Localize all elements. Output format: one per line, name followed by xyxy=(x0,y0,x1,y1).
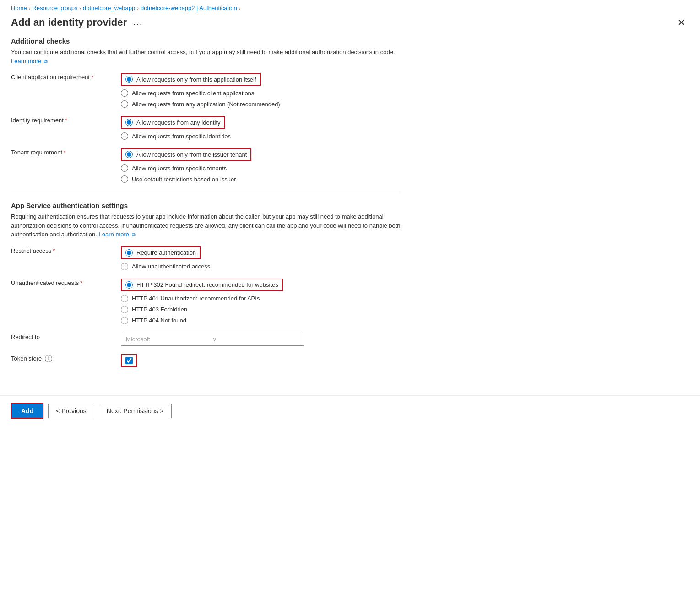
restrict-require-option[interactable]: Require authentication xyxy=(121,246,210,259)
client-req-highlight-own: Allow requests only from this applicatio… xyxy=(121,73,261,86)
tenant-requirement-row: Tenant requirement * Allow requests only… xyxy=(11,148,401,183)
breadcrumb-resource-groups[interactable]: Resource groups xyxy=(32,5,77,11)
client-requirement-required: * xyxy=(91,74,93,81)
token-store-checkbox[interactable] xyxy=(125,357,133,364)
client-req-label-own: Allow requests only from this applicatio… xyxy=(136,76,256,83)
tenant-req-radio-specific[interactable] xyxy=(121,164,128,172)
identity-req-label-specific: Allow requests from specific identities xyxy=(132,133,231,140)
identity-req-highlight-any: Allow requests from any identity xyxy=(121,116,225,129)
client-req-radio-own[interactable] xyxy=(125,76,133,83)
restrict-allow-radio[interactable] xyxy=(121,263,128,270)
unauth-302-option[interactable]: HTTP 302 Found redirect: recommended for… xyxy=(121,279,283,291)
page-title: Add an identity provider xyxy=(11,16,127,28)
tenant-requirement-required: * xyxy=(64,149,66,156)
close-button[interactable]: ✕ xyxy=(674,15,689,30)
unauth-302-highlight: HTTP 302 Found redirect: recommended for… xyxy=(121,279,283,291)
tenant-req-option-issuer[interactable]: Allow requests only from the issuer tena… xyxy=(121,148,251,161)
identity-req-radio-any[interactable] xyxy=(125,119,133,126)
client-requirement-options: Allow requests only from this applicatio… xyxy=(121,73,280,108)
restrict-access-required: * xyxy=(53,247,55,254)
redirect-to-label: Redirect to xyxy=(11,333,121,340)
unauth-401-option[interactable]: HTTP 401 Unauthorized: recommended for A… xyxy=(121,295,283,302)
restrict-require-highlight: Require authentication xyxy=(121,246,201,259)
client-req-label-any: Allow requests from any application (Not… xyxy=(132,101,280,108)
identity-requirement-row: Identity requirement * Allow requests fr… xyxy=(11,116,401,140)
token-store-info-icon[interactable]: i xyxy=(45,355,52,362)
client-req-label-specific: Allow requests from specific client appl… xyxy=(132,90,254,97)
tenant-req-option-specific[interactable]: Allow requests from specific tenants xyxy=(121,164,251,172)
unauth-404-radio[interactable] xyxy=(121,317,128,324)
additional-checks-desc: You can configure additional checks that… xyxy=(11,48,401,66)
tenant-req-label-specific: Allow requests from specific tenants xyxy=(132,165,227,172)
identity-requirement-options: Allow requests from any identity Allow r… xyxy=(121,116,231,140)
unauth-302-label: HTTP 302 Found redirect: recommended for… xyxy=(136,281,278,288)
ellipsis-button[interactable]: ... xyxy=(130,17,146,28)
identity-req-label-any: Allow requests from any identity xyxy=(136,119,221,126)
unauth-302-radio[interactable] xyxy=(125,281,133,289)
breadcrumb-home[interactable]: Home xyxy=(11,5,27,11)
additional-checks-section: Additional checks You can configure addi… xyxy=(11,37,401,183)
restrict-require-label: Require authentication xyxy=(136,249,196,256)
tenant-req-label-issuer: Allow requests only from the issuer tena… xyxy=(136,151,247,158)
restrict-access-label: Restrict access * xyxy=(11,246,121,254)
restrict-require-radio[interactable] xyxy=(125,249,133,257)
main-content: Additional checks You can configure addi… xyxy=(0,37,412,386)
tenant-req-label-default: Use default restrictions based on issuer xyxy=(132,176,236,183)
section-divider xyxy=(11,192,401,192)
identity-req-option-any[interactable]: Allow requests from any identity xyxy=(121,116,231,129)
page-title-group: Add an identity provider ... xyxy=(11,16,146,28)
identity-req-option-specific[interactable]: Allow requests from specific identities xyxy=(121,132,231,140)
chevron-down-icon: ∨ xyxy=(212,336,299,343)
tenant-requirement-label: Tenant requirement * xyxy=(11,148,121,156)
unauthenticated-requests-options: HTTP 302 Found redirect: recommended for… xyxy=(121,279,283,324)
unauth-403-radio[interactable] xyxy=(121,306,128,313)
tenant-req-option-default[interactable]: Use default restrictions based on issuer xyxy=(121,175,251,183)
breadcrumb-authentication[interactable]: dotnetcore-webapp2 | Authentication xyxy=(141,5,237,11)
redirect-to-placeholder: Microsoft xyxy=(126,336,212,343)
redirect-to-row: Redirect to Microsoft ∨ xyxy=(11,333,401,346)
redirect-to-dropdown[interactable]: Microsoft ∨ xyxy=(121,333,304,346)
unauth-404-option[interactable]: HTTP 404 Not found xyxy=(121,317,283,324)
tenant-req-radio-default[interactable] xyxy=(121,175,128,183)
client-req-option-specific[interactable]: Allow requests from specific client appl… xyxy=(121,89,280,97)
unauth-403-option[interactable]: HTTP 403 Forbidden xyxy=(121,306,283,313)
add-button[interactable]: Add xyxy=(11,403,43,419)
identity-req-radio-specific[interactable] xyxy=(121,132,128,140)
restrict-access-options: Require authentication Allow unauthentic… xyxy=(121,246,210,270)
app-service-desc: Requiring authentication ensures that re… xyxy=(11,212,401,239)
token-store-checkbox-wrapper xyxy=(121,354,137,367)
tenant-req-radio-issuer[interactable] xyxy=(125,151,133,158)
client-req-radio-specific[interactable] xyxy=(121,89,128,97)
restrict-access-row: Restrict access * Require authentication… xyxy=(11,246,401,270)
unauth-404-label: HTTP 404 Not found xyxy=(132,317,186,324)
external-link-icon-2: ⧉ xyxy=(132,232,136,237)
client-requirement-row: Client application requirement * Allow r… xyxy=(11,73,401,108)
footer: Add < Previous Next: Permissions > xyxy=(0,395,700,426)
app-service-title: App Service authentication settings xyxy=(11,202,401,209)
app-service-learn-more[interactable]: Learn more xyxy=(99,231,129,238)
unauthenticated-required: * xyxy=(80,279,82,286)
identity-requirement-label: Identity requirement * xyxy=(11,116,121,124)
tenant-requirement-options: Allow requests only from the issuer tena… xyxy=(121,148,251,183)
client-req-option-own[interactable]: Allow requests only from this applicatio… xyxy=(121,73,280,86)
restrict-allow-label: Allow unauthenticated access xyxy=(132,263,210,270)
breadcrumb: Home › Resource groups › dotnetcore_weba… xyxy=(0,0,700,13)
identity-requirement-required: * xyxy=(65,117,67,124)
app-service-section: App Service authentication settings Requ… xyxy=(11,202,401,367)
unauth-401-radio[interactable] xyxy=(121,295,128,302)
next-permissions-button[interactable]: Next: Permissions > xyxy=(99,404,172,418)
page-header: Add an identity provider ... ✕ xyxy=(0,13,700,37)
unauth-403-label: HTTP 403 Forbidden xyxy=(132,306,187,313)
restrict-allow-option[interactable]: Allow unauthenticated access xyxy=(121,263,210,270)
unauth-401-label: HTTP 401 Unauthorized: recommended for A… xyxy=(132,295,260,302)
breadcrumb-chevron-4: › xyxy=(239,5,241,11)
previous-button[interactable]: < Previous xyxy=(48,404,94,418)
token-store-label: Token store i xyxy=(11,354,121,362)
unauthenticated-requests-row: Unauthenticated requests * HTTP 302 Foun… xyxy=(11,279,401,324)
breadcrumb-chevron-2: › xyxy=(79,5,81,11)
client-requirement-label: Client application requirement * xyxy=(11,73,121,81)
client-req-radio-any[interactable] xyxy=(121,100,128,108)
additional-checks-learn-more[interactable]: Learn more xyxy=(11,58,41,65)
client-req-option-any[interactable]: Allow requests from any application (Not… xyxy=(121,100,280,108)
breadcrumb-webapp[interactable]: dotnetcore_webapp xyxy=(83,5,135,11)
